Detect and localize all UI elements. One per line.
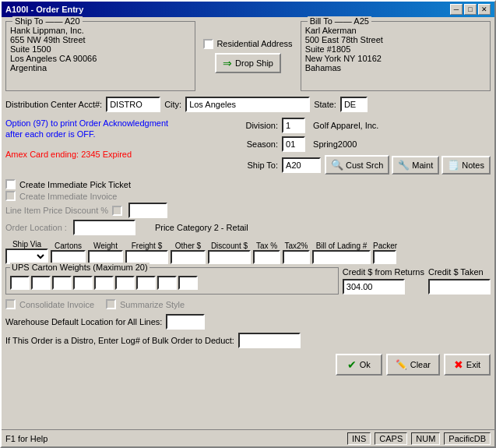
credit-returns-input[interactable] xyxy=(343,279,405,295)
pick-ticket-checkbox[interactable] xyxy=(5,179,16,189)
ups-label: UPS Carton Weights (Maximum 20) xyxy=(10,263,150,272)
ups-credit-section: UPS Carton Weights (Maximum 20) Credit $… xyxy=(5,267,491,295)
order-location-label: Order Location : xyxy=(5,223,67,232)
ship-via-select[interactable] xyxy=(5,249,48,264)
cust-srch-button[interactable]: 🔍 Cust Srch xyxy=(325,155,389,175)
credit-taken-section: Credit $ Taken xyxy=(428,267,491,295)
invoice-row: Create Immediate Invoice xyxy=(5,191,491,201)
bol-input[interactable] xyxy=(312,250,371,264)
dist-center-input[interactable] xyxy=(106,97,160,112)
action-buttons: 🔍 Cust Srch 🔧 Maint 🗒️ Notes xyxy=(325,155,491,175)
ups-w2[interactable] xyxy=(31,276,51,290)
season-input[interactable] xyxy=(282,136,305,152)
consolidate-label: Consolidate Invoice xyxy=(19,300,94,309)
summarize-checkbox[interactable] xyxy=(106,299,116,309)
season-row: Season: Spring2000 xyxy=(231,136,491,152)
status-caps: CAPS xyxy=(375,432,407,445)
ok-clear-row: ✔ Ok ✏️ Clear ✖ Exit xyxy=(5,351,491,376)
ship-to-line4: Los Angeles CA 90066 xyxy=(10,54,191,63)
line-price-input[interactable] xyxy=(128,203,167,218)
maximize-button[interactable]: □ xyxy=(464,4,477,15)
clear-button[interactable]: ✏️ Clear xyxy=(386,354,440,376)
main-content: Ship To —— A20 Hank Lippman, Inc. 655 NW… xyxy=(2,17,494,429)
distro-input[interactable] xyxy=(238,333,301,348)
tax2-input[interactable] xyxy=(283,250,310,264)
status-help: F1 for Help xyxy=(5,434,343,443)
ups-box: UPS Carton Weights (Maximum 20) xyxy=(5,267,339,295)
title-bar-buttons: ─ □ ✕ xyxy=(450,4,491,15)
bol-header: Bill of Lading # xyxy=(312,242,371,250)
credit-taken-label: Credit $ Taken xyxy=(428,267,491,277)
ups-w7[interactable] xyxy=(136,276,156,290)
ship-to-line2: 655 NW 49th Street xyxy=(10,35,191,44)
ship-to-label: Ship To —— A20 xyxy=(12,16,83,26)
division-input[interactable] xyxy=(282,118,305,133)
status-ins: INS xyxy=(347,432,371,445)
packer-input[interactable] xyxy=(373,250,396,264)
drop-ship-icon: ⇒ xyxy=(223,57,232,69)
dist-center-row: Distribution Center Acct#: City: State: xyxy=(5,94,491,115)
invoice-label: Create Immediate Invoice xyxy=(19,192,117,201)
drop-ship-label: Drop Ship xyxy=(235,58,273,68)
middle-form: Option (97) to print Order Acknowledgmen… xyxy=(5,118,491,175)
pick-ticket-label: Create Immediate Pick Ticket xyxy=(19,180,131,189)
ups-w3[interactable] xyxy=(52,276,72,290)
ups-w9[interactable] xyxy=(178,276,198,290)
ups-w1[interactable] xyxy=(10,276,30,290)
address-section: Ship To —— A20 Hank Lippman, Inc. 655 NW… xyxy=(5,21,491,91)
ok-icon: ✔ xyxy=(347,358,357,371)
tax-input[interactable] xyxy=(253,250,280,264)
title-bar: A100I - Order Entry ─ □ ✕ xyxy=(2,2,494,17)
invoice-checkbox[interactable] xyxy=(5,191,16,201)
ship-to-input[interactable] xyxy=(282,157,321,173)
bill-to-line1: Karl Akerman xyxy=(305,26,486,35)
summarize-label: Summarize Style xyxy=(120,300,185,309)
close-button[interactable]: ✕ xyxy=(478,4,491,15)
warehouse-label: Warehouse Default Location for All Lines… xyxy=(5,317,162,326)
ups-w4[interactable] xyxy=(73,276,93,290)
status-bar: F1 for Help INS CAPS NUM PacificDB xyxy=(2,429,494,446)
clear-icon: ✏️ xyxy=(396,359,407,370)
packer-header: Packer xyxy=(373,242,397,250)
ship-to-line3: Suite 1500 xyxy=(10,44,191,54)
credit-taken-input[interactable] xyxy=(428,279,491,295)
discount-header: Discount $ xyxy=(208,242,251,250)
minimize-button[interactable]: ─ xyxy=(450,4,463,15)
window-title: A100I - Order Entry xyxy=(5,5,83,14)
consolidate-checkbox[interactable] xyxy=(5,299,16,309)
discount-input[interactable] xyxy=(208,250,251,264)
exit-button[interactable]: ✖ Exit xyxy=(444,354,491,376)
price-category: Price Category 2 - Retail xyxy=(155,223,248,232)
maint-button[interactable]: 🔧 Maint xyxy=(392,156,439,175)
state-input[interactable] xyxy=(340,97,368,112)
ups-w8[interactable] xyxy=(157,276,177,290)
consolidate-checkbox-row: Consolidate Invoice xyxy=(5,299,94,309)
notes-button[interactable]: 🗒️ Notes xyxy=(441,156,491,175)
warehouse-row: Warehouse Default Location for All Lines… xyxy=(5,314,491,330)
pick-ticket-row: Create Immediate Pick Ticket xyxy=(5,179,491,189)
ship-to-line1: Hank Lippman, Inc. xyxy=(10,26,191,35)
ok-button[interactable]: ✔ Ok xyxy=(336,354,382,376)
status-num: NUM xyxy=(411,432,440,445)
division-row: Division: Golf Apparel, Inc. xyxy=(231,118,491,133)
ship-to-box: Ship To —— A20 Hank Lippman, Inc. 655 NW… xyxy=(5,21,195,91)
warehouse-input[interactable] xyxy=(166,314,205,330)
bill-to-box: Bill To —— A25 Karl Akerman 500 East 78t… xyxy=(301,21,491,91)
exit-icon: ✖ xyxy=(454,358,463,371)
season-name: Spring2000 xyxy=(313,139,357,149)
residential-row: Residential Address xyxy=(203,39,292,49)
order-location-input[interactable] xyxy=(73,220,135,235)
drop-ship-button[interactable]: ⇒ Drop Ship xyxy=(215,53,281,73)
ship-to-row: Ship To: 🔍 Cust Srch 🔧 Maint 🗒️ xyxy=(231,155,491,175)
city-input[interactable] xyxy=(185,97,310,112)
order-location-row: Order Location : Price Category 2 - Reta… xyxy=(5,220,491,235)
ups-w5[interactable] xyxy=(94,276,114,290)
consolidate-row: Consolidate Invoice Summarize Style xyxy=(5,298,491,311)
ups-w6[interactable] xyxy=(115,276,135,290)
other-input[interactable] xyxy=(171,250,206,264)
residential-checkbox[interactable] xyxy=(203,39,213,49)
line-price-checkbox[interactable] xyxy=(112,206,122,216)
division-label: Division: xyxy=(231,121,278,130)
bill-to-line3: Suite #1805 xyxy=(305,44,486,54)
freight-header: Freight $ xyxy=(125,242,168,250)
